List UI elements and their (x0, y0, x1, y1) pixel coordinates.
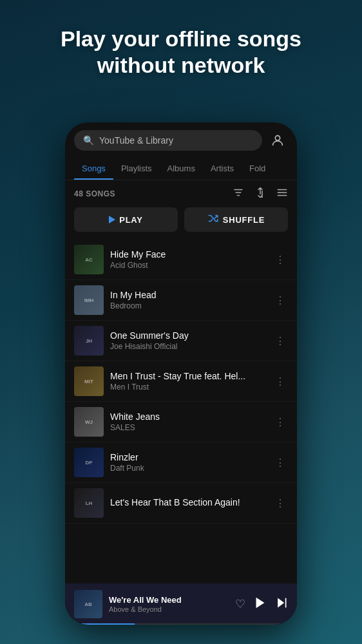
shuffle-label: SHUFFLE (223, 215, 265, 225)
more-icon[interactable]: ⋮ (272, 454, 288, 471)
search-placeholder: YouTube & Library (99, 135, 173, 146)
svg-point-3 (280, 195, 281, 196)
songs-count: 48 SONGS (74, 189, 115, 198)
song-title: Rinzler (110, 452, 266, 462)
list-item[interactable]: WJ White Jeans SALES ⋮ (65, 402, 297, 442)
song-info: Hide My Face Acid Ghost (110, 249, 266, 270)
mini-player[interactable]: AB We're All We Need Above & Beyond ♡ (65, 583, 297, 625)
tab-artists[interactable]: Artists (203, 158, 242, 180)
song-title: Let's Hear That B Section Again! (110, 497, 266, 507)
list-item[interactable]: DP Rinzler Daft Punk ⋮ (65, 442, 297, 483)
toolbar-icons (233, 187, 288, 201)
art-label: WJ (74, 407, 104, 437)
more-icon[interactable]: ⋮ (272, 292, 288, 309)
svg-marker-5 (278, 598, 284, 607)
tab-playlists[interactable]: Playlists (113, 158, 160, 180)
song-info: In My Head Bedroom (110, 290, 266, 310)
mini-player-artist: Above & Beyond (109, 605, 229, 613)
album-art-letshear: LH (74, 488, 104, 518)
svg-marker-4 (256, 597, 265, 608)
svg-point-1 (280, 189, 281, 191)
song-info: One Summer's Day Joe Hisaishi Official (110, 330, 266, 351)
mini-player-controls: ♡ (235, 596, 288, 613)
play-button[interactable]: PLAY (74, 207, 178, 232)
art-label: JH (74, 326, 104, 355)
tab-songs[interactable]: Songs (74, 158, 113, 180)
phone-screen: 🔍 YouTube & Library Songs Playlists Albu… (65, 122, 297, 625)
art-label: AC (74, 245, 104, 274)
art-label: LH (74, 488, 104, 518)
play-triangle-icon (109, 216, 115, 223)
phone-mockup: 🔍 YouTube & Library Songs Playlists Albu… (65, 122, 297, 625)
song-artist: Joe Hisaishi Official (110, 342, 266, 351)
song-info: Let's Hear That B Section Again! (110, 497, 266, 509)
svg-point-2 (280, 192, 281, 193)
album-art-acidghost: AC (74, 245, 104, 274)
song-list: AC Hide My Face Acid Ghost ⋮ IMH In My H… (65, 240, 297, 625)
next-track-icon[interactable] (275, 596, 288, 612)
mini-player-title: We're All We Need (109, 595, 229, 605)
more-icon[interactable]: ⋮ (272, 332, 288, 350)
svg-point-0 (275, 136, 280, 140)
sort-icon[interactable] (254, 187, 266, 201)
progress-bar (65, 623, 297, 625)
song-title: Men I Trust - Stay True feat. Hel... (110, 371, 266, 381)
heart-icon[interactable]: ♡ (235, 597, 245, 611)
tab-albums[interactable]: Albums (160, 158, 203, 180)
search-input-wrap[interactable]: 🔍 YouTube & Library (74, 130, 262, 151)
mini-player-art: AB (74, 590, 102, 618)
progress-fill (65, 623, 135, 625)
more-icon[interactable]: ⋮ (272, 373, 288, 390)
album-art-summerday: JH (74, 326, 104, 355)
song-title: In My Head (110, 290, 266, 300)
song-title: White Jeans (110, 412, 266, 422)
art-label: DP (74, 448, 104, 477)
tab-fold[interactable]: Fold (242, 158, 273, 180)
song-title: Hide My Face (110, 249, 266, 260)
mini-player-info: We're All We Need Above & Beyond (109, 595, 229, 613)
song-title: One Summer's Day (110, 330, 266, 341)
search-bar: 🔍 YouTube & Library (65, 122, 297, 156)
list-item[interactable]: LH Let's Hear That B Section Again! ⋮ (65, 483, 297, 524)
song-artist: Acid Ghost (110, 261, 266, 270)
song-info: Men I Trust - Stay True feat. Hel... Men… (110, 371, 266, 392)
list-item[interactable]: JH One Summer's Day Joe Hisaishi Officia… (65, 321, 297, 361)
song-info: White Jeans SALES (110, 412, 266, 432)
song-artist: Daft Punk (110, 464, 266, 473)
search-icon: 🔍 (83, 135, 94, 146)
art-label: IMH (74, 285, 104, 315)
song-artist: Bedroom (110, 301, 266, 310)
shuffle-button[interactable]: SHUFFLE (184, 207, 288, 232)
list-item[interactable]: AC Hide My Face Acid Ghost ⋮ (65, 240, 297, 280)
more-icon[interactable]: ⋮ (272, 413, 288, 431)
list-item[interactable]: IMH In My Head Bedroom ⋮ (65, 280, 297, 321)
album-art-whitejeans: WJ (74, 407, 104, 437)
profile-icon[interactable] (267, 130, 288, 151)
song-artist: Men I Trust (110, 383, 266, 392)
shuffle-icon (207, 214, 219, 225)
art-label: MIT (74, 366, 104, 396)
mini-play-button[interactable] (253, 596, 267, 613)
album-art-inmyhead: IMH (74, 285, 104, 315)
filter-icon[interactable] (233, 187, 244, 201)
songs-toolbar: 48 SONGS (65, 180, 297, 207)
song-info: Rinzler Daft Punk (110, 452, 266, 473)
album-art-rinzler: DP (74, 448, 104, 477)
svg-rect-6 (285, 598, 287, 607)
more-icon[interactable]: ⋮ (272, 251, 288, 269)
action-buttons: PLAY SHUFFLE (65, 207, 297, 240)
album-art-menitrust: MIT (74, 366, 104, 396)
play-label: PLAY (119, 215, 143, 225)
more-icon[interactable]: ⋮ (272, 495, 288, 512)
tabs-row: Songs Playlists Albums Artists Fold (65, 156, 297, 180)
list-item[interactable]: MIT Men I Trust - Stay True feat. Hel...… (65, 361, 297, 402)
list-icon[interactable] (276, 187, 288, 201)
song-artist: SALES (110, 423, 266, 432)
art-label: AB (74, 590, 102, 618)
